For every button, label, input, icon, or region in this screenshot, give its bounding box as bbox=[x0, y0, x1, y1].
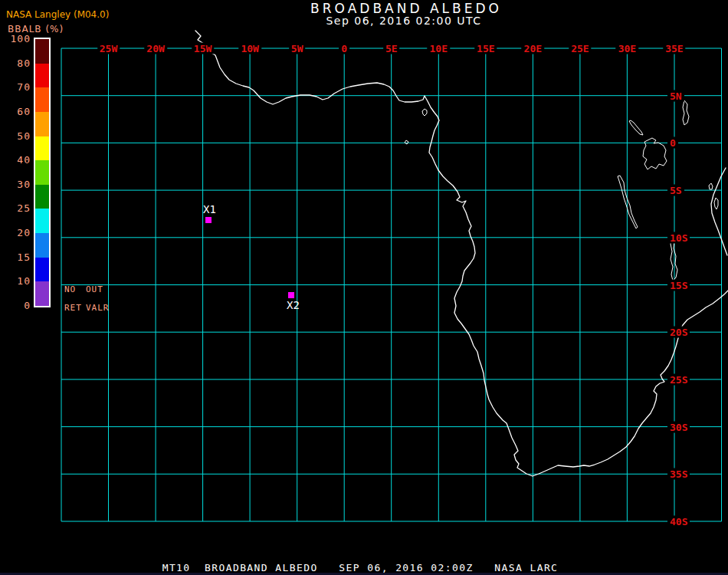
coastline-path bbox=[195, 31, 728, 476]
coastline-path bbox=[711, 168, 727, 255]
longitude-label: 30E bbox=[616, 43, 638, 54]
latitude-label: 5S bbox=[667, 185, 684, 196]
flag-no: NO bbox=[64, 284, 86, 294]
longitude-label: 35E bbox=[663, 43, 685, 54]
latitude-label: 30S bbox=[667, 421, 690, 432]
lake-outline bbox=[683, 100, 689, 125]
longitude-label: 15E bbox=[474, 43, 497, 54]
island-outline bbox=[709, 183, 713, 189]
longitude-label: 20W bbox=[144, 43, 166, 54]
latitude-label: 40S bbox=[667, 516, 690, 527]
footer-caption: MT10 BROADBAND ALBEDO SEP 06, 2016 02:00… bbox=[162, 562, 559, 573]
island-outline bbox=[422, 109, 427, 116]
map-svg bbox=[0, 0, 728, 575]
retrieval-flags-legend: NO OUT RET VALR bbox=[64, 284, 110, 321]
longitude-label: 20E bbox=[522, 43, 544, 54]
longitude-label: 25W bbox=[97, 43, 120, 54]
latitude-label: 20S bbox=[667, 327, 690, 338]
longitude-label: 5W bbox=[289, 43, 306, 54]
marker-label: X1 bbox=[203, 203, 216, 215]
latitude-label: 25S bbox=[667, 373, 690, 385]
marker-label: X2 bbox=[287, 299, 300, 311]
longitude-label: 0 bbox=[339, 43, 349, 54]
lake-outline bbox=[618, 176, 638, 228]
longitude-label: 25E bbox=[569, 43, 591, 54]
longitude-label: 10W bbox=[238, 43, 261, 54]
map-area bbox=[0, 0, 728, 575]
latitude-label: 0 bbox=[667, 137, 678, 149]
latitude-label: 10S bbox=[667, 232, 690, 243]
flag-valr: VALR bbox=[86, 303, 110, 313]
longitude-label: 15W bbox=[192, 43, 214, 54]
longitude-label: 10E bbox=[428, 43, 450, 54]
latitude-label: 15S bbox=[667, 279, 690, 291]
lake-outline bbox=[629, 120, 643, 135]
flag-out: OUT bbox=[86, 284, 103, 294]
albedo-map-screen: BROADBAND ALBEDO Sep 06, 2016 02:00 UTC … bbox=[0, 0, 728, 575]
point-marker bbox=[205, 217, 212, 223]
point-marker bbox=[288, 292, 294, 298]
island-outline bbox=[405, 140, 408, 144]
flag-ret: RET bbox=[64, 303, 86, 313]
longitude-label: 5E bbox=[383, 43, 400, 54]
latitude-label: 5N bbox=[667, 90, 684, 101]
latitude-label: 35S bbox=[667, 468, 690, 480]
island-outline bbox=[714, 198, 718, 209]
